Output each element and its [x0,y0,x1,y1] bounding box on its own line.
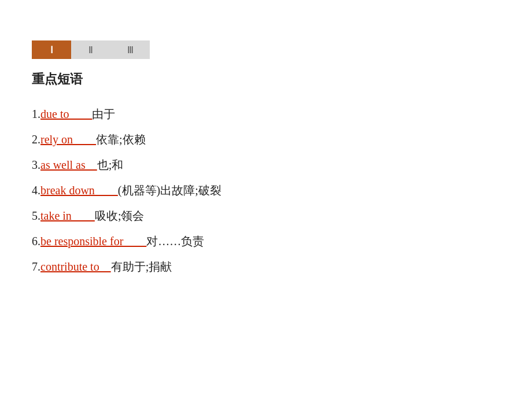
phrase-number-3: 3. [32,158,40,171]
phrase-english-2: rely on [40,133,96,146]
list-item: 7.contribute to 有助于;捐献 [32,258,500,275]
phrase-chinese-3: 也;和 [97,158,124,171]
phrase-chinese-6: 对……负责 [146,235,204,247]
phrase-english-5: take in [40,209,95,222]
phrase-chinese-5: 吸收;领会 [95,209,145,222]
phrase-number-5: 5. [32,209,40,222]
list-item: 6.be responsible for 对……负责 [32,232,500,250]
phrase-list: 1.due to 由于 2.rely on 依靠;依赖 3.as well as… [32,105,500,275]
list-item: 3.as well as 也;和 [32,156,500,173]
main-container: Ⅰ Ⅱ Ⅲ 重点短语 1.due to 由于 2.rely on 依靠;依赖 3… [0,0,532,306]
phrase-chinese-1: 由于 [92,108,115,120]
section-title: 重点短语 [32,71,500,88]
phrase-english-1: due to [40,108,92,120]
phrase-english-3: as well as [40,158,97,171]
phrase-number-7: 7. [32,260,40,273]
phrase-chinese-7: 有助于;捐献 [111,260,172,273]
phrase-english-6: be responsible for [40,235,146,247]
phrase-number-4: 4. [32,184,40,197]
list-item: 2.rely on 依靠;依赖 [32,131,500,148]
phrase-number-6: 6. [32,235,40,247]
phrase-chinese-4: (机器等)出故障;破裂 [118,184,221,197]
tab-1[interactable]: Ⅰ [32,40,71,59]
phrase-english-4: break down [40,184,118,197]
phrase-number-2: 2. [32,133,40,146]
list-item: 1.due to 由于 [32,105,500,123]
tab-3[interactable]: Ⅲ [110,40,150,59]
list-item: 4.break down (机器等)出故障;破裂 [32,182,500,199]
tab-2[interactable]: Ⅱ [71,40,110,59]
tab-bar: Ⅰ Ⅱ Ⅲ [32,40,500,59]
list-item: 5.take in 吸收;领会 [32,207,500,224]
phrase-number-1: 1. [32,108,40,120]
phrase-chinese-2: 依靠;依赖 [96,133,146,146]
phrase-english-7: contribute to [40,260,111,273]
